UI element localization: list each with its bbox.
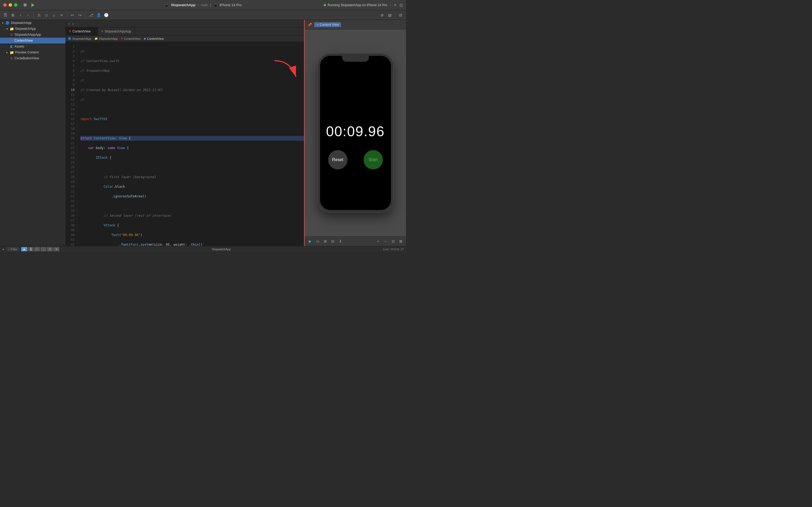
start-button[interactable]: Start bbox=[363, 150, 383, 169]
preview-live-btn[interactable]: ▶ bbox=[307, 238, 313, 245]
bottom-tab3[interactable]: ▷ bbox=[34, 247, 40, 251]
sidebar-root-label: StopwatchApp bbox=[11, 21, 32, 25]
sidebar-group-label: StopwatchApp bbox=[15, 27, 36, 31]
swift-icon: S bbox=[10, 33, 13, 36]
toolbar-filter[interactable]: ≡ bbox=[58, 12, 65, 18]
swift-icon2: S bbox=[10, 39, 13, 42]
layout-button[interactable]: ⊡ bbox=[400, 3, 403, 7]
running-indicator: Running StopwatchApp on iPhone 14 Pro bbox=[324, 3, 387, 7]
toolbar-history[interactable]: 🕐 bbox=[103, 12, 109, 18]
assets-icon: ◧ bbox=[10, 45, 13, 48]
bc-icon1: 🔵 bbox=[68, 37, 71, 40]
preview-panel: 📌 ▭ Content View 00:09.96 Rese bbox=[304, 20, 406, 246]
toolbar-author[interactable]: 👤 bbox=[95, 12, 102, 18]
code-content[interactable]: // // ContentView.swift // StopwatchApp … bbox=[77, 42, 304, 246]
title-bar: 📱 StopwatchApp › main | 📱 iPhone 14 Pro … bbox=[0, 0, 406, 10]
reset-label: Reset bbox=[332, 157, 343, 162]
code-editor[interactable]: 1 2 3 4 5 6 7 8 9 10 11 12 13 14 15 16 1 bbox=[66, 42, 304, 246]
chevron-icon: ▾ bbox=[1, 21, 4, 24]
breadcrumb: 🔵 StopwatchApp › 📁 StopwatchApp › S Cont… bbox=[66, 36, 304, 42]
preview-inspect-btn[interactable]: ℹ bbox=[337, 238, 343, 245]
title-separator2: | bbox=[210, 3, 211, 7]
content-view-badge[interactable]: ▭ Content View bbox=[314, 22, 341, 27]
minimize-button[interactable] bbox=[9, 3, 12, 7]
bc-item2[interactable]: StopwatchApp bbox=[99, 37, 118, 40]
toolbar-sep4 bbox=[395, 12, 395, 18]
sidebar-item-preview-content[interactable]: ▸ 📁 Preview Content bbox=[0, 49, 65, 55]
zoom-out-btn[interactable]: − bbox=[383, 238, 389, 245]
tab-bar: S ContentView S StopwatchAppApp bbox=[66, 27, 304, 36]
toolbar-grid[interactable]: ⊞ bbox=[10, 12, 16, 18]
title-bar-right: Running StopwatchApp on iPhone 14 Pro + … bbox=[324, 2, 403, 8]
toolbar-undo[interactable]: ↩ bbox=[69, 12, 76, 18]
title-bar-center: 📱 StopwatchApp › main | 📱 iPhone 14 Pro bbox=[164, 3, 242, 7]
status-right: Line: 10 Col: 27 bbox=[383, 247, 404, 251]
toolbar-nav-forward[interactable]: › bbox=[25, 12, 31, 18]
play-button[interactable] bbox=[30, 2, 36, 8]
bc-item3[interactable]: ContentView bbox=[124, 37, 140, 40]
chevron-icon2: ▾ bbox=[5, 27, 9, 30]
toolbar-breakpoint[interactable]: ◇ bbox=[43, 12, 50, 18]
bottom-tab6[interactable]: ⊗ bbox=[53, 247, 59, 251]
toolbar-sep1 bbox=[33, 12, 34, 18]
status-bar: + ⌕ Filter ▲ ▐ ▷ ↓ ⊕ ⊗ StopwatchApp Line… bbox=[0, 246, 406, 252]
toolbar-assistant[interactable]: ⊜ bbox=[379, 12, 385, 18]
preview-settings-btn[interactable]: ⊟ bbox=[330, 238, 336, 245]
stop-button[interactable] bbox=[22, 2, 28, 8]
bc-swift-icon: S bbox=[121, 37, 123, 40]
toolbar-nav-back[interactable]: ‹ bbox=[17, 12, 23, 18]
folder-icon: 🔵 bbox=[5, 21, 10, 25]
preview-grid-btn[interactable]: ⊞ bbox=[322, 238, 329, 245]
bc-folder-icon: 📁 bbox=[95, 37, 98, 40]
zoom-reset-btn[interactable]: ⊠ bbox=[397, 238, 404, 245]
toolbar: ☰ ⊞ ‹ › ⚠ ◇ ⌕ ≡ ↩ ↪ ⎇ 👤 🕐 ⊜ ▤ ⊟ bbox=[0, 10, 406, 20]
app-subtitle: main bbox=[201, 3, 208, 7]
zoom-in-btn[interactable]: + bbox=[375, 238, 381, 245]
bottom-tab5[interactable]: ⊕ bbox=[47, 247, 53, 251]
sidebar-preview-label: Preview Content bbox=[15, 51, 39, 54]
preview-toolbar: ▶ ▭ ⊞ ⊟ ℹ + − ⊡ ⊠ bbox=[305, 236, 406, 246]
sidebar-item-group[interactable]: ▾ 📁 StopwatchApp bbox=[0, 26, 65, 32]
sidebar-item-appapp[interactable]: S StopwatchAppApp bbox=[0, 32, 65, 38]
add-tab-button[interactable]: + bbox=[394, 3, 396, 7]
bc-type-icon: ◉ bbox=[143, 37, 146, 40]
preview-device-btn[interactable]: ▭ bbox=[314, 238, 321, 245]
toolbar-redo[interactable]: ↪ bbox=[77, 12, 83, 18]
toolbar-sep2 bbox=[67, 12, 67, 18]
status-add-btn[interactable]: + bbox=[2, 247, 4, 251]
toolbar-right-panel[interactable]: ⊟ bbox=[397, 12, 404, 18]
tab-contentview[interactable]: S ContentView bbox=[66, 27, 98, 36]
nav-back[interactable]: ‹ bbox=[68, 21, 70, 26]
bottom-tab4[interactable]: ↓ bbox=[41, 247, 47, 251]
bottom-tab-active[interactable]: ▲ bbox=[21, 247, 27, 251]
bottom-tab-inactive[interactable]: ▐ bbox=[27, 247, 34, 251]
badge-icon: ▭ bbox=[316, 23, 319, 26]
tab-contentview-label: ContentView bbox=[72, 30, 91, 33]
nav-forward[interactable]: › bbox=[72, 21, 74, 26]
editor-main: ‹ › S ContentView S StopwatchAppApp 🔵 St… bbox=[66, 20, 304, 246]
status-filter[interactable]: ⌕ Filter bbox=[6, 247, 19, 251]
sidebar-item-circle[interactable]: S CircleButtonView bbox=[0, 55, 65, 61]
chevron-icon3: ▸ bbox=[5, 51, 9, 54]
bc-item1[interactable]: StopwatchApp bbox=[72, 37, 91, 40]
preview-header: 📌 ▭ Content View bbox=[305, 20, 406, 30]
bc-item4[interactable]: ContentView bbox=[147, 37, 164, 40]
app-icon: 📱 bbox=[164, 3, 169, 7]
toolbar-warning[interactable]: ⚠ bbox=[36, 12, 42, 18]
maximize-button[interactable] bbox=[14, 3, 17, 7]
sidebar-item-root[interactable]: ▾ 🔵 StopwatchApp bbox=[0, 20, 65, 26]
toolbar-source-control[interactable]: ⎇ bbox=[88, 12, 94, 18]
reset-button[interactable]: Reset bbox=[328, 150, 347, 169]
sidebar-toggle[interactable]: ☰ bbox=[2, 12, 9, 18]
status-center: StopwatchApp bbox=[212, 247, 231, 251]
toolbar-search[interactable]: ⌕ bbox=[51, 12, 57, 18]
preview-toolbar-right: + − ⊡ ⊠ bbox=[375, 238, 404, 245]
zoom-fit-btn[interactable]: ⊡ bbox=[390, 238, 396, 245]
close-button[interactable] bbox=[3, 3, 7, 7]
iphone-notch bbox=[342, 56, 369, 62]
toolbar-minimap[interactable]: ▤ bbox=[387, 12, 393, 18]
sidebar-item-contentview[interactable]: S ContentView bbox=[0, 38, 65, 44]
tab-stopwatchappapp[interactable]: S StopwatchAppApp bbox=[98, 27, 134, 36]
sidebar-appapp-label: StopwatchAppApp bbox=[14, 33, 41, 37]
sidebar-item-assets[interactable]: ◧ Assets bbox=[0, 44, 65, 49]
